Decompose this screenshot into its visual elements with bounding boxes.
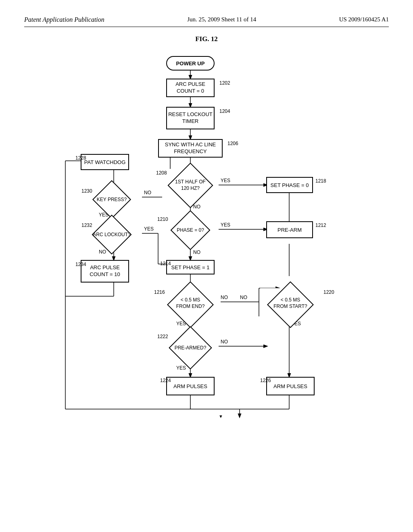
svg-text:YES: YES xyxy=(221,222,230,228)
node-reset-lockout: RESET LOCKOUT TIMER xyxy=(166,107,215,129)
node-key-press: KEY PRESS? xyxy=(86,187,138,212)
node-pat-watchdog: PAT WATCHDOG xyxy=(81,154,129,170)
node-lt05ms-end: < 0.5 MS FROM END? xyxy=(160,288,221,319)
sheet-info: Jun. 25, 2009 Sheet 11 of 14 xyxy=(187,16,256,23)
svg-text:NO: NO xyxy=(221,339,228,345)
flowchart: YES NO YES NO NO YES xyxy=(33,47,380,490)
node-set-phase-0: SET PHASE = 0 xyxy=(266,177,313,193)
ref-1220: 1220 xyxy=(323,289,334,295)
ref-1234: 1234 xyxy=(75,262,86,267)
node-set-phase-1: SET PHASE = 1 xyxy=(166,260,215,274)
node-lt05ms-start: < 0.5 MS FROM START? xyxy=(260,288,321,319)
publication-label: Patent Application Publication xyxy=(24,16,104,23)
ref-1226: 1226 xyxy=(260,378,271,383)
ref-1232: 1232 xyxy=(81,222,92,228)
ref-1208: 1208 xyxy=(156,170,167,176)
node-pre-arm: PRE-ARM xyxy=(266,221,313,238)
svg-text:NO: NO xyxy=(221,295,228,300)
node-arm-pulses-2: ARM PULSES xyxy=(266,377,315,395)
ref-1204: 1204 xyxy=(219,108,230,114)
svg-text:YES: YES xyxy=(176,365,186,371)
ref-1206: 1206 xyxy=(227,141,238,146)
ref-1202: 1202 xyxy=(219,80,230,86)
merge-arrow-end: ▼ xyxy=(219,414,223,419)
svg-text:NO: NO xyxy=(193,204,200,210)
node-arc-pulse-count-0: ARC PULSE COUNT = 0 xyxy=(166,79,215,97)
svg-text:YES: YES xyxy=(144,226,154,232)
node-half-120hz: 1ST HALF OF 120 HZ? xyxy=(162,169,219,202)
svg-text:NO: NO xyxy=(193,249,200,255)
node-sync-ac: SYNC WITH AC LINE FREQUENCY xyxy=(158,139,223,158)
ref-1222: 1222 xyxy=(157,334,168,339)
svg-text:NO: NO xyxy=(240,295,247,300)
node-arc-pulse-count-10: ARC PULSE COUNT = 10 xyxy=(81,260,129,283)
ref-1210: 1210 xyxy=(157,216,168,222)
node-power-up: POWER UP xyxy=(166,56,215,71)
ref-1218: 1218 xyxy=(315,178,326,184)
ref-1216: 1216 xyxy=(154,289,165,295)
node-arm-pulses-1: ARM PULSES xyxy=(166,377,215,395)
page-header: Patent Application Publication Jun. 25, … xyxy=(24,16,389,27)
figure-title: FIG. 12 xyxy=(24,35,389,43)
node-arc-lockout: ARC LOCKOUT? xyxy=(86,221,138,248)
ref-1224: 1224 xyxy=(160,378,171,383)
svg-text:NO: NO xyxy=(99,249,106,255)
page: Patent Application Publication Jun. 25, … xyxy=(0,0,413,532)
node-pre-armed: PRE-ARMED? xyxy=(164,332,217,363)
ref-1212: 1212 xyxy=(315,222,326,228)
svg-text:NO: NO xyxy=(144,190,151,195)
node-phase-0: PHASE = 0? xyxy=(164,216,217,245)
ref-1214: 1214 xyxy=(160,261,171,266)
ref-1230: 1230 xyxy=(81,188,92,194)
svg-text:YES: YES xyxy=(221,178,230,183)
ref-1228: 1228 xyxy=(75,155,86,161)
patent-number: US 2009/160425 A1 xyxy=(339,16,389,23)
